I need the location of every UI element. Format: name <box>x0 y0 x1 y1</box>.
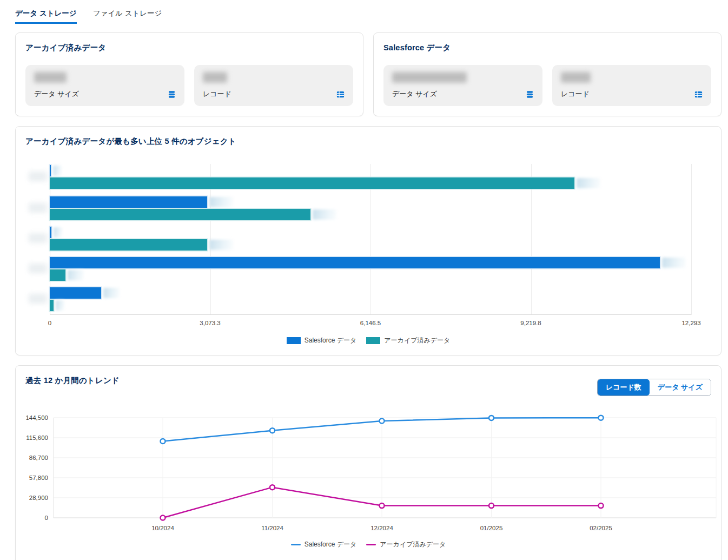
salesforce-data-card: Salesforce データ データ サイズ レコード <box>373 32 722 116</box>
top-objects-chart-title: アーカイブ済みデータが最も多い上位 5 件のオブジェクト <box>25 136 711 147</box>
hbar-category-label-redacted <box>29 203 47 213</box>
legend-label: Salesforce データ <box>305 540 357 549</box>
trend-x-tick: 11/2024 <box>261 525 283 531</box>
trend-line-chart: 028,90057,80086,700115,600144,50010/2024… <box>25 410 711 538</box>
trend-header: 過去 12 か月間のトレンド レコード数 データ サイズ <box>25 375 711 396</box>
hbar-category-label-redacted <box>29 263 47 273</box>
legend-label: Salesforce データ <box>305 336 357 345</box>
hbar-x-tick: 6,146.5 <box>360 320 381 326</box>
hbar-category-label-redacted <box>29 233 47 243</box>
bar-value-label-redacted <box>53 166 62 176</box>
trend-point-salesforce-4[interactable] <box>599 416 604 420</box>
legend-item-archived[interactable]: アーカイブ済みデータ <box>366 540 446 549</box>
stat-label: レコード <box>561 89 590 99</box>
archived-records-stat: レコード <box>194 65 353 106</box>
bar-value-label-redacted <box>209 197 233 207</box>
bar-archived-0[interactable] <box>50 177 574 189</box>
trend-point-salesforce-3[interactable] <box>489 416 494 420</box>
legend-item-salesforce[interactable]: Salesforce データ <box>287 336 357 345</box>
hbar-x-tick: 12,293 <box>681 320 700 326</box>
trend-metric-toggle: レコード数 データ サイズ <box>597 379 711 396</box>
redacted-value <box>561 72 591 83</box>
bar-salesforce-4[interactable] <box>50 287 101 299</box>
storage-tabs: データ ストレージ ファイル ストレージ <box>15 9 722 24</box>
trend-point-archived-4[interactable] <box>599 503 604 508</box>
legend-item-salesforce[interactable]: Salesforce データ <box>291 540 357 549</box>
top-objects-chart-card: アーカイブ済みデータが最も多い上位 5 件のオブジェクト 03,073.36,1… <box>15 126 722 355</box>
redacted-value <box>34 72 67 83</box>
trend-point-salesforce-0[interactable] <box>161 439 166 444</box>
hbar-legend: Salesforce データ アーカイブ済みデータ <box>25 336 711 345</box>
trend-y-tick: 57,800 <box>29 475 48 481</box>
salesforce-records-stat: レコード <box>552 65 711 106</box>
redacted-value <box>203 72 227 83</box>
database-icon <box>526 90 534 98</box>
legend-swatch-teal <box>366 337 380 344</box>
tab-data-storage[interactable]: データ ストレージ <box>15 9 77 24</box>
hbar-x-tick: 3,073.3 <box>200 320 220 326</box>
legend-item-archived[interactable]: アーカイブ済みデータ <box>366 336 450 345</box>
trend-x-tick: 10/2024 <box>151 525 174 531</box>
summary-cards-row: アーカイブ済みデータ データ サイズ レコード <box>15 32 722 116</box>
bar-value-label-redacted <box>54 227 62 238</box>
bar-value-label-redacted <box>577 178 600 188</box>
bar-archived-2[interactable] <box>50 239 207 251</box>
bar-value-label-redacted <box>68 270 84 280</box>
toggle-record-count[interactable]: レコード数 <box>598 379 650 396</box>
tab-file-storage[interactable]: ファイル ストレージ <box>93 9 162 24</box>
hbar-x-axis-line <box>50 314 691 315</box>
dashboard-page: データ ストレージ ファイル ストレージ アーカイブ済みデータ データ サイズ <box>0 0 728 560</box>
bar-archived-3[interactable] <box>50 269 65 281</box>
trend-point-archived-2[interactable] <box>380 503 385 508</box>
hbar-gridline <box>691 164 692 315</box>
bar-value-label-redacted <box>103 288 120 298</box>
bar-salesforce-1[interactable] <box>50 196 207 208</box>
stat-label: レコード <box>203 89 231 99</box>
bar-value-label-redacted <box>209 240 233 250</box>
trend-y-tick: 144,500 <box>25 414 48 421</box>
table-icon <box>694 90 703 98</box>
legend-label: アーカイブ済みデータ <box>384 336 450 345</box>
table-icon <box>336 90 345 98</box>
archived-stats: データ サイズ レコード <box>25 65 353 106</box>
trend-chart-svg: 028,90057,80086,700115,600144,50010/2024… <box>25 410 722 536</box>
archived-data-card: アーカイブ済みデータ データ サイズ レコード <box>15 32 363 116</box>
trend-x-tick: 01/2025 <box>480 525 503 531</box>
trend-y-tick: 28,900 <box>29 495 48 501</box>
bar-salesforce-2[interactable] <box>50 227 51 238</box>
trend-point-salesforce-2[interactable] <box>380 419 385 424</box>
trend-x-tick: 12/2024 <box>370 525 393 531</box>
hbar-plot <box>25 164 711 315</box>
bar-archived-1[interactable] <box>50 209 310 220</box>
bar-value-label-redacted <box>662 258 686 268</box>
bar-value-label-redacted <box>313 209 336 220</box>
trend-point-archived-1[interactable] <box>270 485 275 490</box>
hbar-x-tick: 9,219.8 <box>520 320 541 326</box>
redacted-value <box>392 72 467 83</box>
trend-chart-title: 過去 12 か月間のトレンド <box>25 375 120 386</box>
trend-legend: Salesforce データ アーカイブ済みデータ <box>25 540 711 549</box>
bar-salesforce-0[interactable] <box>50 165 51 176</box>
trend-point-salesforce-1[interactable] <box>270 428 275 433</box>
hbar-category-label-redacted <box>29 294 47 304</box>
trend-point-archived-0[interactable] <box>161 516 166 521</box>
legend-line-blue <box>291 544 301 545</box>
stat-label: データ サイズ <box>34 89 79 99</box>
legend-label: アーカイブ済みデータ <box>380 540 446 549</box>
trend-y-tick: 86,700 <box>29 454 48 461</box>
archived-data-size-stat: データ サイズ <box>25 65 184 106</box>
hbar-xticks: 03,073.36,146.59,219.812,293 <box>25 320 711 328</box>
legend-swatch-blue <box>287 337 301 344</box>
trend-y-tick: 0 <box>45 515 48 521</box>
bar-archived-4[interactable] <box>50 300 54 311</box>
toggle-data-size[interactable]: データ サイズ <box>650 379 711 396</box>
salesforce-data-size-stat: データ サイズ <box>383 65 542 106</box>
bar-salesforce-3[interactable] <box>50 257 660 268</box>
bar-value-label-redacted <box>56 300 64 311</box>
database-icon <box>168 90 176 98</box>
trend-point-archived-3[interactable] <box>489 503 494 508</box>
archived-data-card-title: アーカイブ済みデータ <box>25 43 353 53</box>
trend-x-tick: 02/2025 <box>590 525 612 531</box>
salesforce-data-card-title: Salesforce データ <box>383 43 711 53</box>
legend-line-magenta <box>366 544 376 545</box>
